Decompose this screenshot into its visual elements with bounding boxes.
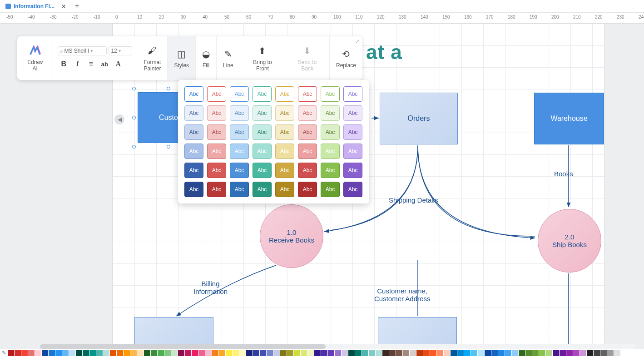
horizontal-scrollbar[interactable] — [40, 344, 635, 349]
eyedropper-icon[interactable]: ✎ — [2, 350, 6, 356]
style-swatch[interactable]: Abc — [253, 86, 272, 102]
color-chip[interactable] — [560, 350, 566, 356]
style-swatch[interactable]: Abc — [275, 105, 294, 121]
color-chip[interactable] — [444, 350, 450, 356]
expand-icon[interactable]: ⤢ — [355, 38, 360, 45]
color-chip[interactable] — [62, 350, 69, 356]
color-chip[interactable] — [233, 350, 239, 356]
style-swatch[interactable]: Abc — [298, 163, 317, 178]
style-swatch[interactable]: Abc — [298, 182, 317, 197]
color-chip[interactable] — [505, 350, 511, 356]
style-swatch[interactable]: Abc — [343, 124, 362, 140]
fill-button[interactable]: ◒ Fill — [196, 36, 217, 80]
color-chip[interactable] — [594, 350, 600, 356]
color-chip[interactable] — [158, 350, 164, 356]
style-swatch[interactable]: Abc — [230, 124, 249, 140]
color-chip[interactable] — [198, 350, 205, 356]
color-chip[interactable] — [55, 350, 62, 356]
style-swatch[interactable]: Abc — [343, 182, 362, 197]
format-painter-button[interactable]: 🖌 Format Painter — [137, 36, 168, 80]
color-chip[interactable] — [96, 350, 103, 356]
style-swatch[interactable]: Abc — [253, 182, 272, 197]
shape-orders[interactable]: Orders — [380, 93, 458, 144]
color-chip[interactable] — [253, 350, 259, 356]
color-chip[interactable] — [267, 350, 273, 356]
style-swatch[interactable]: Abc — [321, 105, 340, 121]
style-swatch[interactable]: Abc — [321, 163, 340, 178]
nav-left-icon[interactable]: ◀ — [114, 114, 124, 124]
color-chip[interactable] — [21, 350, 28, 356]
style-swatch[interactable]: Abc — [343, 86, 362, 102]
scrollbar-thumb[interactable] — [40, 344, 326, 349]
style-swatch[interactable]: Abc — [230, 182, 249, 197]
style-swatch[interactable]: Abc — [207, 124, 226, 140]
color-chip[interactable] — [519, 350, 525, 356]
style-swatch[interactable]: Abc — [275, 86, 294, 102]
color-chip[interactable] — [566, 350, 573, 356]
color-chip[interactable] — [124, 350, 130, 356]
color-chip[interactable] — [328, 350, 334, 356]
color-chip[interactable] — [280, 350, 287, 356]
resize-handle[interactable] — [132, 116, 136, 119]
style-swatch[interactable]: Abc — [275, 124, 294, 140]
color-chip[interactable] — [335, 350, 341, 356]
style-swatch[interactable]: Abc — [343, 105, 362, 121]
color-chip[interactable] — [69, 350, 75, 356]
color-chip[interactable] — [485, 350, 491, 356]
color-chip[interactable] — [103, 350, 109, 356]
color-chip[interactable] — [410, 350, 416, 356]
style-swatch[interactable]: Abc — [207, 86, 226, 102]
style-swatch[interactable]: Abc — [184, 144, 203, 159]
color-chip[interactable] — [376, 350, 382, 356]
color-chip[interactable] — [539, 350, 545, 356]
color-chip[interactable] — [239, 350, 246, 356]
color-chip[interactable] — [28, 350, 35, 356]
color-chip[interactable] — [226, 350, 232, 356]
shape-receive-books[interactable]: 1.0 Receive Books — [260, 204, 323, 268]
style-swatch[interactable]: Abc — [184, 182, 203, 197]
color-chip[interactable] — [192, 350, 198, 356]
color-chip[interactable] — [307, 350, 314, 356]
color-chip[interactable] — [185, 350, 191, 356]
color-chip[interactable] — [348, 350, 355, 356]
color-chip[interactable] — [164, 350, 171, 356]
style-swatch[interactable]: Abc — [253, 105, 272, 121]
shape-ship-books[interactable]: 2.0 Ship Books — [538, 209, 601, 273]
style-swatch[interactable]: Abc — [184, 163, 203, 178]
style-swatch[interactable]: Abc — [207, 105, 226, 121]
bold-button[interactable]: B — [58, 58, 69, 70]
color-chip[interactable] — [382, 350, 389, 356]
color-chip[interactable] — [35, 350, 41, 356]
font-settings-button[interactable]: A — [112, 58, 124, 70]
line-button[interactable]: ✎ Line — [217, 36, 240, 80]
color-chip[interactable] — [137, 350, 144, 356]
style-swatch[interactable]: Abc — [230, 86, 249, 102]
color-chip[interactable] — [355, 350, 362, 356]
new-tab-button[interactable]: + — [70, 1, 84, 11]
color-chip[interactable] — [178, 350, 184, 356]
style-swatch[interactable]: Abc — [321, 182, 340, 197]
shape-warehouse[interactable]: Warehouse — [534, 93, 604, 144]
color-chip[interactable] — [416, 350, 423, 356]
resize-handle[interactable] — [167, 145, 170, 149]
style-swatch[interactable]: Abc — [298, 86, 317, 102]
color-chip[interactable] — [42, 350, 48, 356]
color-chip[interactable] — [396, 350, 402, 356]
style-swatch[interactable]: Abc — [184, 86, 203, 102]
style-swatch[interactable]: Abc — [275, 144, 294, 159]
color-chip[interactable] — [580, 350, 586, 356]
color-chip[interactable] — [491, 350, 498, 356]
color-chip[interactable] — [573, 350, 580, 356]
style-swatch[interactable]: Abc — [184, 124, 203, 140]
style-swatch[interactable]: Abc — [253, 144, 272, 159]
style-swatch[interactable]: Abc — [321, 144, 340, 159]
color-chip[interactable] — [15, 350, 21, 356]
color-chip[interactable] — [205, 350, 212, 356]
style-swatch[interactable]: Abc — [321, 124, 340, 140]
color-chip[interactable] — [110, 350, 116, 356]
color-chip[interactable] — [287, 350, 293, 356]
color-chip[interactable] — [546, 350, 552, 356]
color-chip[interactable] — [171, 350, 178, 356]
color-chip[interactable] — [525, 350, 532, 356]
color-chip[interactable] — [294, 350, 300, 356]
